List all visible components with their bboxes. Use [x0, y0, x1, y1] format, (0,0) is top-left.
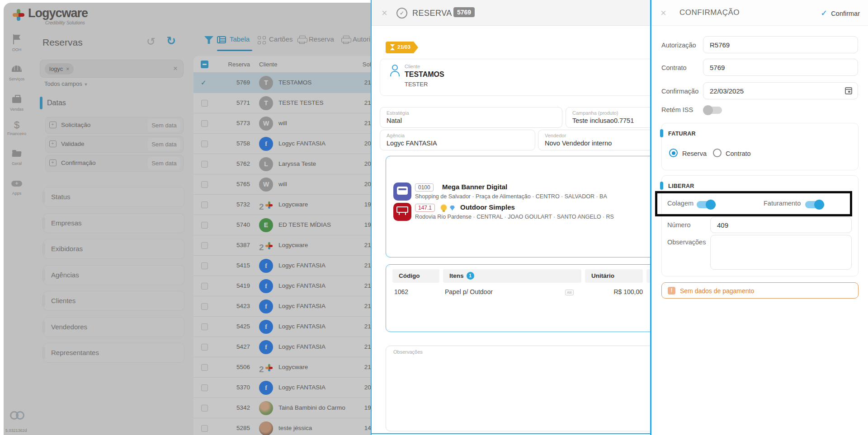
- hourglass-icon: [390, 44, 395, 50]
- warning-icon: !: [668, 287, 675, 295]
- campanha-field[interactable]: Campanha (produto)Teste inclusao0.7751: [566, 107, 651, 128]
- item-name: Papel p/ Outdoor: [445, 288, 493, 295]
- modal-dim-overlay: [4, 3, 371, 435]
- contrato-label: Contrato: [661, 64, 687, 71]
- client-label: Cliente: [405, 64, 420, 69]
- confirmacao-date-input[interactable]: 22/03/2025: [703, 82, 858, 99]
- items-count-badge: 1: [467, 272, 474, 280]
- radio-reserva-label[interactable]: Reserva: [682, 150, 707, 157]
- liberar-observacoes-textarea[interactable]: [710, 235, 852, 270]
- media-name: Outdoor Simples: [460, 203, 515, 211]
- confirmation-title: CONFIRMAÇÃO: [679, 8, 740, 17]
- confirmation-panel: × CONFIRMAÇÃO ✓Confirmar Autorização R57…: [650, 0, 868, 435]
- lightbulb-icon: [441, 205, 447, 210]
- liberar-title: LIBERAR: [668, 183, 694, 189]
- radio-contrato-label[interactable]: Contrato: [726, 150, 751, 157]
- items-col-codigo: Código: [392, 269, 439, 283]
- radio-contrato[interactable]: [713, 149, 722, 157]
- confirmation-header: × CONFIRMAÇÃO ✓Confirmar: [651, 0, 868, 26]
- retem-iss-toggle[interactable]: [704, 107, 722, 114]
- liberar-observacoes-label: Observações: [667, 239, 706, 246]
- billboard-icon: [393, 203, 411, 221]
- reserva-number-badge: 5769: [453, 7, 475, 17]
- retem-iss-label: Retém ISS: [661, 106, 693, 113]
- vendedor-field[interactable]: VendedorNovo Vendedor interno: [538, 130, 651, 150]
- screen: Logycware Credibility Solutions OOHServi…: [0, 0, 868, 435]
- annotation-highlight-rect: [655, 191, 852, 216]
- faturar-title: FATURAR: [668, 131, 696, 137]
- confirm-button[interactable]: ✓Confirmar: [821, 8, 860, 18]
- media-code-badge: 0100: [415, 183, 434, 192]
- media-location: Rodovia Rio Pardense · CENTRAL · JOAO GO…: [415, 214, 614, 220]
- confirmation-close-icon[interactable]: ×: [660, 7, 666, 19]
- media-name: Mega Banner Digital: [442, 183, 507, 191]
- date-ribbon: 21/03: [386, 42, 418, 53]
- warning-text: Sem dados de pagamento: [680, 287, 754, 295]
- items-col-unitario: Unitário: [585, 269, 643, 283]
- items-col-itens: Itens1: [443, 269, 581, 283]
- confirmacao-label: Confirmação: [661, 88, 698, 95]
- faturar-card: FATURAR Reserva Contrato: [661, 123, 859, 170]
- autorizacao-label: Autorização: [661, 42, 696, 49]
- client-card: Cliente TESTAMOS TESTER: [380, 59, 651, 96]
- item-codigo: 1062: [394, 288, 408, 295]
- modal-header: × ✓ RESERVA 5769: [372, 0, 651, 26]
- radio-reserva[interactable]: [669, 149, 678, 157]
- media-code-badge: 147.1: [415, 204, 435, 212]
- autorizacao-input[interactable]: R5769: [703, 36, 858, 53]
- estrategia-field[interactable]: EstratégiaNatal: [380, 107, 562, 128]
- diamond-icon: [450, 206, 455, 210]
- item-unitario: R$ 100,00: [585, 288, 643, 295]
- seal-check-icon: ✓: [396, 8, 407, 19]
- numero-input[interactable]: 409: [710, 217, 852, 233]
- media-items-box: 0100Mega Banner DigitalShopping de Salva…: [386, 156, 651, 257]
- items-table-box: Código Itens1 Unitário C 1062 Papel p/ O…: [386, 264, 651, 332]
- liberar-accent-bar: [660, 182, 663, 190]
- client-name: TESTAMOS: [405, 70, 444, 79]
- contrato-input[interactable]: 5769: [703, 59, 858, 76]
- reserva-modal: × ✓ RESERVA 5769 21/03 Cliente TESTAMOS …: [371, 0, 651, 435]
- client-subname: TESTER: [405, 81, 428, 88]
- calendar-icon[interactable]: [845, 87, 852, 94]
- media-item[interactable]: 0100Mega Banner DigitalShopping de Salva…: [393, 182, 651, 202]
- person-icon: [389, 65, 400, 76]
- numero-label: Número: [667, 221, 691, 229]
- check-icon: ✓: [821, 9, 827, 18]
- agencia-field[interactable]: AgênciaLogyc FANTASIA: [380, 130, 535, 150]
- ab-chip: AB: [565, 290, 574, 295]
- payment-warning: ! Sem dados de pagamento: [661, 282, 859, 299]
- media-location: Shopping de Salvador · Praça de Alimenta…: [415, 193, 607, 200]
- faturar-accent-bar: [660, 129, 663, 137]
- modal-close-icon[interactable]: ×: [382, 7, 387, 19]
- modal-title: RESERVA: [412, 9, 452, 18]
- observacoes-box[interactable]: Observações: [386, 346, 651, 431]
- media-item[interactable]: 147.1Outdoor SimplesRodovia Rio Pardense…: [393, 203, 651, 223]
- digital-panel-icon: [393, 182, 411, 201]
